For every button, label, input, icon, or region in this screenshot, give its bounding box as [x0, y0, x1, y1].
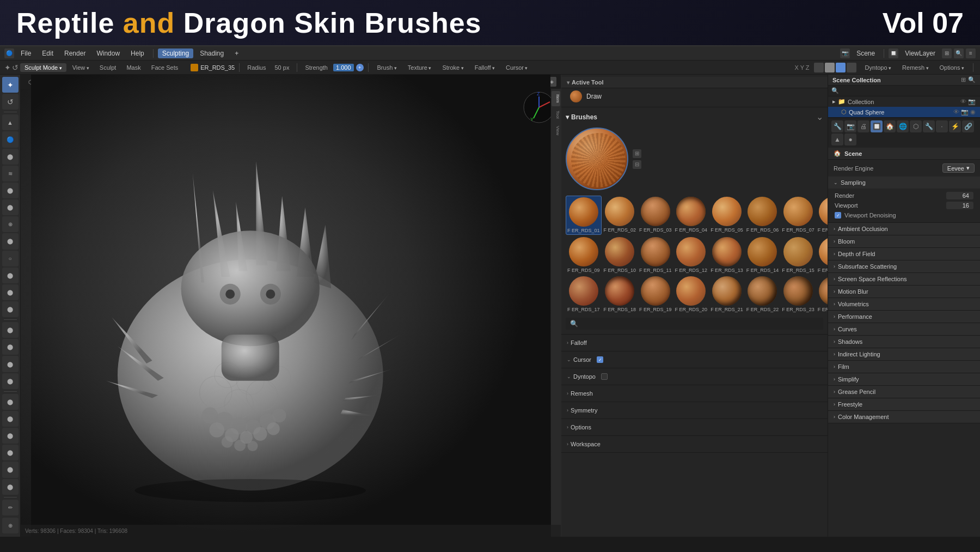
ol-icon-search[interactable]: 🔍 — [968, 76, 976, 83]
prop-tab-scene[interactable]: 🔧 — [831, 120, 843, 132]
tool-scrape[interactable]: ⬤ — [2, 301, 19, 317]
texture-dropdown[interactable]: Texture — [403, 63, 436, 72]
ol-cam-sc[interactable]: 📷 — [968, 98, 976, 105]
film-header[interactable]: › Film — [828, 361, 980, 373]
brush-item-06[interactable]: F ER_RDS_06 — [745, 196, 780, 235]
freestyle-header[interactable]: › Freestyle — [828, 398, 980, 410]
sss-header[interactable]: › Subsurface Scattering — [828, 260, 980, 272]
brush-item-17[interactable]: F ER_RDS_17 — [566, 275, 602, 313]
prop-tab-render[interactable]: 📷 — [844, 120, 856, 132]
draw-button[interactable]: Draw — [561, 88, 828, 105]
menu-plus[interactable]: + — [230, 48, 243, 58]
tool-flatten[interactable]: ⬤ — [2, 268, 19, 283]
tool-crease[interactable]: ⬤ — [2, 233, 19, 249]
falloff-dropdown[interactable]: Falloff — [470, 63, 499, 72]
prop-tab-object[interactable]: ⬡ — [910, 120, 922, 132]
workspace-header[interactable]: › Workspace — [561, 438, 828, 450]
tool-layer[interactable]: ⬤ — [2, 183, 19, 198]
brush-item-19[interactable]: F ER_RDS_19 — [638, 275, 673, 313]
cursor-header[interactable]: ⌄ Cursor ✓ — [561, 354, 828, 366]
remesh-header[interactable]: › Remesh — [561, 387, 828, 399]
preview-btn-2[interactable]: ⊟ — [633, 160, 641, 169]
menu-edit[interactable]: Edit — [38, 48, 58, 58]
shadows-header[interactable]: › Shadows — [828, 336, 980, 348]
dyntopo-header[interactable]: ⌄ Dyntopo — [561, 371, 828, 383]
brush-item-21[interactable]: F ER_RDS_21 — [709, 275, 744, 313]
brush-item-24[interactable]: F ER_RDS_24 — [817, 275, 828, 313]
tool-clay-strips[interactable]: ≋ — [2, 166, 19, 181]
brush-item-22[interactable]: F ER_RDS_22 — [745, 275, 780, 313]
tool-draw2[interactable]: 🔵 — [2, 131, 19, 147]
tool-slide[interactable]: ⬤ — [2, 462, 19, 477]
search-icon[interactable]: 🔍 — [954, 48, 964, 58]
brush-item-08[interactable]: F ER_RDS_08 — [817, 196, 828, 235]
tool-clay[interactable]: ⬤ — [2, 149, 19, 165]
mb-header[interactable]: › Motion Blur — [828, 286, 980, 298]
ol-eye-sc[interactable]: 👁 — [960, 98, 966, 105]
curves-header[interactable]: › Curves — [828, 323, 980, 335]
prop-tab-physics[interactable]: ⚡ — [949, 120, 961, 132]
dof-header[interactable]: › Depth of Field — [828, 248, 980, 260]
brush-item-16[interactable]: F ER_RDS_16 — [817, 236, 828, 274]
ol-item-quad-sphere[interactable]: ⬡ Quad Sphere 👁 📷 ◉ — [828, 107, 980, 117]
brush-dropdown[interactable]: Brush — [373, 63, 401, 72]
shading-solid[interactable] — [825, 63, 835, 72]
sculpt-mode-btn[interactable]: Sculpt Mode — [20, 63, 66, 72]
prop-tab-scene2[interactable]: 🏠 — [884, 120, 896, 132]
view-layer-label[interactable]: ViewLayer — [901, 48, 940, 58]
prop-tab-view-layer[interactable]: 🔲 — [871, 120, 883, 132]
falloff-header[interactable]: › Falloff — [561, 337, 828, 349]
brush-item-09[interactable]: F ER_RDS_09 — [566, 236, 602, 274]
options-btn[interactable]: Options — [935, 63, 969, 72]
n-tab-tool[interactable]: Tool — [552, 107, 560, 122]
strength-lock[interactable]: + — [356, 64, 364, 71]
brush-item-07[interactable]: F ER_RDS_07 — [781, 196, 816, 235]
tool-smooth[interactable]: ○ — [2, 251, 19, 266]
tool-mask[interactable]: ⬤ — [2, 356, 19, 372]
viewport-samples-val[interactable]: 16 — [946, 202, 973, 209]
dyntopo-checkbox[interactable] — [601, 373, 608, 380]
brush-item-18[interactable]: F ER_RDS_18 — [603, 275, 638, 313]
face-sets-btn[interactable]: Face Sets — [147, 63, 183, 72]
tool-annotate[interactable]: ✏ — [2, 500, 19, 515]
ol-render-qs[interactable]: ◉ — [970, 108, 976, 116]
tool-fill[interactable]: ⬤ — [2, 284, 19, 300]
n-tab-view[interactable]: View — [552, 123, 560, 138]
ssr-header[interactable]: › Screen Space Reflections — [828, 273, 980, 285]
brush-item-13[interactable]: F ER_RDS_13 — [709, 236, 744, 274]
radius-val[interactable]: 50 px — [271, 63, 292, 72]
prop-tab-data[interactable]: ▲ — [831, 134, 843, 145]
tool-multires[interactable]: ⬤ — [2, 322, 19, 338]
tool-nudge[interactable]: ⬤ — [2, 479, 19, 495]
brush-item-04[interactable]: F ER_RDS_04 — [674, 196, 709, 235]
render-samples-val[interactable]: 64 — [946, 192, 973, 199]
render-engine-val[interactable]: Eevee ▾ — [942, 163, 975, 173]
view-btn[interactable]: View — [68, 63, 94, 72]
menu-shading[interactable]: Shading — [195, 48, 228, 58]
prop-tab-particles[interactable]: · — [936, 120, 948, 132]
tool-grab[interactable]: ⬤ — [2, 394, 19, 410]
options-section-header[interactable]: › Options — [561, 421, 828, 433]
tool-box-mask[interactable]: ⬤ — [2, 373, 19, 389]
prop-tab-modifier[interactable]: 🔧 — [923, 120, 935, 132]
stroke-dropdown[interactable]: Stroke — [438, 63, 468, 72]
prop-tab-world[interactable]: 🌐 — [897, 120, 909, 132]
tool-blob[interactable]: ⊕ — [2, 216, 19, 232]
symmetry-header[interactable]: › Symmetry — [561, 404, 828, 416]
perf-header[interactable]: › Performance — [828, 311, 980, 323]
sampling-header[interactable]: ⌄ Sampling — [828, 177, 980, 189]
menu-help[interactable]: Help — [126, 48, 149, 58]
tool-draw[interactable]: ▲ — [2, 114, 19, 130]
active-tool-header[interactable]: ▾ Active Tool — [561, 77, 828, 88]
simplify-header[interactable]: › Simplify — [828, 373, 980, 385]
preview-btn-1[interactable]: ⊞ — [633, 149, 641, 158]
remesh-btn[interactable]: Remesh — [898, 63, 933, 72]
brush-item-05[interactable]: F ER_RDS_05 — [709, 196, 744, 235]
prop-tab-output[interactable]: 🖨 — [857, 120, 869, 132]
options-icon[interactable]: ≡ — [966, 48, 976, 58]
strength-value[interactable]: 1.000 — [333, 64, 354, 71]
mask-btn[interactable]: Mask — [122, 63, 145, 72]
brush-item-12[interactable]: F ER_RDS_12 — [674, 236, 709, 274]
3d-viewport[interactable]: ⬡ User Perspective (1) Quad Sphere ⬡ ⊞ ◈ — [21, 75, 561, 537]
shading-render[interactable] — [847, 63, 856, 72]
